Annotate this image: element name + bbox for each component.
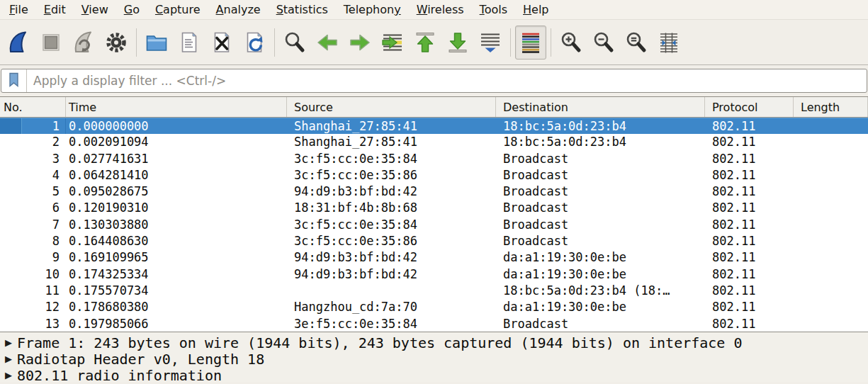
menu-telephony[interactable]: Telephony — [336, 1, 409, 18]
zoom-100-button[interactable] — [621, 26, 652, 60]
packet-row-11[interactable]: 110.17557073418:bc:5a:0d:23:b4 (18:…802.… — [0, 283, 868, 299]
cell-protocol: 802.11 — [705, 299, 794, 315]
cell-time: 0.178680380 — [66, 299, 287, 315]
cell-destination: Broadcast — [496, 217, 705, 233]
packet-row-6[interactable]: 60.12019031018:31:bf:4b:8b:68Broadcast80… — [0, 200, 868, 216]
filter-bookmark-button[interactable] — [1, 69, 27, 92]
cell-no: 4 — [0, 167, 66, 183]
go-first-packet-button[interactable] — [410, 26, 441, 60]
menu-tools[interactable]: Tools — [472, 1, 515, 18]
packet-row-13[interactable]: 130.1979850663e:f5:cc:0e:35:84Broadcast8… — [0, 316, 868, 332]
save-file-icon — [176, 30, 202, 55]
cell-time: 0.095028675 — [66, 183, 287, 200]
go-forward-icon — [347, 30, 373, 55]
start-capture-button[interactable] — [3, 26, 34, 60]
cell-destination: da:a1:19:30:0e:be — [496, 266, 705, 283]
cell-destination: 18:bc:5a:0d:23:b4 — [496, 118, 705, 134]
packet-row-12[interactable]: 120.178680380Hangzhou_cd:7a:70da:a1:19:3… — [0, 299, 868, 315]
column-header-length[interactable]: Length — [794, 97, 868, 117]
cell-source: 3e:f5:cc:0e:35:84 — [287, 316, 496, 332]
go-back-button[interactable] — [312, 26, 343, 60]
expand-arrow-icon[interactable]: ▶ — [0, 370, 17, 380]
menu-help[interactable]: Help — [515, 1, 556, 18]
packet-row-5[interactable]: 50.09502867594:d9:b3:bf:bd:42Broadcast80… — [0, 183, 868, 200]
zoom-in-icon — [558, 30, 584, 55]
main-toolbar — [0, 20, 868, 65]
menu-go[interactable]: Go — [116, 1, 147, 18]
restart-capture-button[interactable] — [68, 26, 99, 60]
cell-source: Shanghai_27:85:41 — [287, 118, 496, 134]
cell-no: 8 — [0, 233, 66, 249]
expand-arrow-icon[interactable]: ▶ — [0, 354, 17, 364]
packet-list: No.TimeSourceDestinationProtocolLength 1… — [0, 96, 868, 332]
cell-time: 0.174325334 — [66, 266, 287, 283]
menu-capture[interactable]: Capture — [147, 1, 208, 18]
display-filter-input[interactable]: Apply a display filter ... <Ctrl-/> — [1, 69, 867, 93]
menu-file[interactable]: File — [1, 1, 36, 18]
menu-wireless[interactable]: Wireless — [409, 1, 472, 18]
cell-time: 0.064281410 — [66, 167, 287, 183]
cell-destination: Broadcast — [496, 183, 705, 200]
capture-options-button[interactable] — [101, 26, 132, 60]
column-header-no[interactable]: No. — [0, 97, 66, 117]
cell-protocol: 802.11 — [705, 134, 794, 150]
cell-source: 3c:f5:cc:0e:35:86 — [287, 167, 496, 183]
packet-row-4[interactable]: 40.0642814103c:f5:cc:0e:35:86Broadcast80… — [0, 167, 868, 183]
open-file-icon — [144, 30, 169, 55]
start-capture-icon — [6, 30, 31, 55]
cell-time: 0.197985066 — [66, 316, 287, 332]
menu-analyze[interactable]: Analyze — [208, 1, 269, 18]
column-header-protocol[interactable]: Protocol — [705, 97, 794, 117]
expand-arrow-icon[interactable]: ▶ — [0, 337, 17, 348]
auto-scroll-icon — [478, 30, 503, 55]
packet-row-1[interactable]: 10.000000000Shanghai_27:85:4118:bc:5a:0d… — [0, 118, 868, 134]
reload-file-button[interactable] — [239, 26, 270, 60]
auto-scroll-button[interactable] — [475, 26, 506, 60]
resize-columns-button[interactable] — [653, 26, 684, 60]
packet-row-10[interactable]: 100.17432533494:d9:b3:bf:bd:42da:a1:19:3… — [0, 266, 868, 283]
go-to-packet-button[interactable] — [377, 26, 408, 60]
packet-list-header: No.TimeSourceDestinationProtocolLength — [0, 96, 868, 118]
cell-time: 0.164408630 — [66, 233, 287, 249]
cell-source: 94:d9:b3:bf:bd:42 — [287, 266, 496, 283]
detail-line-3[interactable]: ▶802.11 radio information — [0, 367, 868, 383]
cell-protocol: 802.11 — [705, 167, 794, 183]
go-back-icon — [315, 30, 340, 55]
open-file-button[interactable] — [141, 26, 172, 60]
cell-protocol: 802.11 — [705, 217, 794, 233]
cell-no: 2 — [0, 134, 66, 150]
column-header-time[interactable]: Time — [66, 97, 287, 117]
packet-row-3[interactable]: 30.0277416313c:f5:cc:0e:35:84Broadcast80… — [0, 151, 868, 167]
menu-view[interactable]: View — [74, 1, 116, 18]
zoom-in-button[interactable] — [556, 26, 587, 60]
find-packet-button[interactable] — [279, 26, 310, 60]
close-file-button[interactable] — [206, 26, 237, 60]
cell-time: 0.000000000 — [66, 118, 287, 134]
menu-bar: FileEditViewGoCaptureAnalyzeStatisticsTe… — [0, 0, 868, 20]
menu-edit[interactable]: Edit — [36, 1, 74, 18]
go-to-packet-icon — [380, 30, 405, 55]
column-header-source[interactable]: Source — [287, 97, 496, 117]
stop-capture-button[interactable] — [35, 26, 67, 60]
cell-protocol: 802.11 — [705, 200, 794, 216]
go-forward-button[interactable] — [344, 26, 376, 60]
go-last-packet-button[interactable] — [442, 26, 473, 60]
cell-destination: da:a1:19:30:0e:be — [496, 299, 705, 315]
packet-row-2[interactable]: 20.002091094Shanghai_27:85:4118:bc:5a:0d… — [0, 134, 868, 150]
packet-row-8[interactable]: 80.1644086303c:f5:cc:0e:35:86Broadcast80… — [0, 233, 868, 249]
menu-statistics[interactable]: Statistics — [269, 1, 336, 18]
packet-row-9[interactable]: 90.16910996594:d9:b3:bf:bd:42da:a1:19:30… — [0, 249, 868, 266]
cell-length — [794, 283, 868, 299]
zoom-out-button[interactable] — [588, 26, 619, 60]
packet-row-7[interactable]: 70.1303038803c:f5:cc:0e:35:84Broadcast80… — [0, 217, 868, 233]
detail-text: Frame 1: 243 bytes on wire (1944 bits), … — [17, 334, 743, 351]
save-file-button[interactable] — [174, 26, 205, 60]
toolbar-separator — [551, 28, 551, 57]
detail-line-2[interactable]: ▶Radiotap Header v0, Length 18 — [0, 351, 868, 367]
colorize-packets-button[interactable] — [515, 26, 546, 60]
detail-line-1[interactable]: ▶Frame 1: 243 bytes on wire (1944 bits),… — [0, 334, 868, 351]
column-header-destination[interactable]: Destination — [496, 97, 705, 117]
cell-source: 3c:f5:cc:0e:35:84 — [287, 217, 496, 233]
find-packet-icon — [282, 30, 308, 55]
cell-no: 12 — [0, 299, 66, 315]
